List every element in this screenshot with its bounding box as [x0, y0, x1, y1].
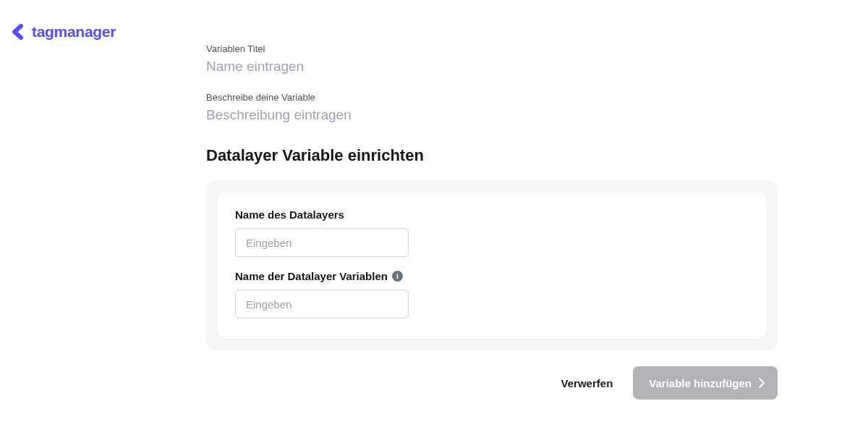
variable-name-input[interactable] — [235, 290, 409, 318]
logo-text: tagmanager — [32, 23, 116, 41]
variable-title-label: Variablen Titel — [206, 43, 778, 54]
config-card-outer: Name des Datalayers Name der Datalayer V… — [206, 181, 778, 350]
field-variable-title: Variablen Titel — [206, 43, 778, 75]
info-icon[interactable]: i — [392, 271, 403, 282]
app-logo[interactable]: tagmanager — [10, 23, 116, 41]
section-heading: Datalayer Variable einrichten — [206, 146, 778, 165]
logo-chevron-icon — [10, 23, 27, 41]
config-card-inner: Name des Datalayers Name der Datalayer V… — [218, 193, 766, 339]
datalayer-name-label: Name des Datalayers — [235, 208, 749, 221]
add-variable-button[interactable]: Variable hinzufügen — [633, 366, 778, 400]
field-variable-description: Beschreibe deine Variable — [206, 92, 778, 123]
row-datalayer-name: Name des Datalayers — [235, 208, 749, 257]
datalayer-name-label-text: Name des Datalayers — [235, 208, 344, 221]
datalayer-name-input[interactable] — [235, 228, 409, 257]
action-bar: Verwerfen Variable hinzufügen — [206, 366, 778, 400]
add-variable-button-label: Variable hinzufügen — [649, 377, 752, 389]
variable-name-label-text: Name der Datalayer Variablen — [235, 270, 388, 282]
row-variable-name: Name der Datalayer Variablen i — [235, 270, 749, 318]
variable-title-input[interactable] — [206, 59, 778, 75]
variable-description-input[interactable] — [206, 107, 778, 123]
main-content: Variablen Titel Beschreibe deine Variabl… — [206, 43, 778, 400]
variable-description-label: Beschreibe deine Variable — [206, 92, 778, 103]
discard-button[interactable]: Verwerfen — [561, 377, 613, 389]
variable-name-label: Name der Datalayer Variablen i — [235, 270, 749, 282]
chevron-right-icon — [759, 378, 765, 388]
